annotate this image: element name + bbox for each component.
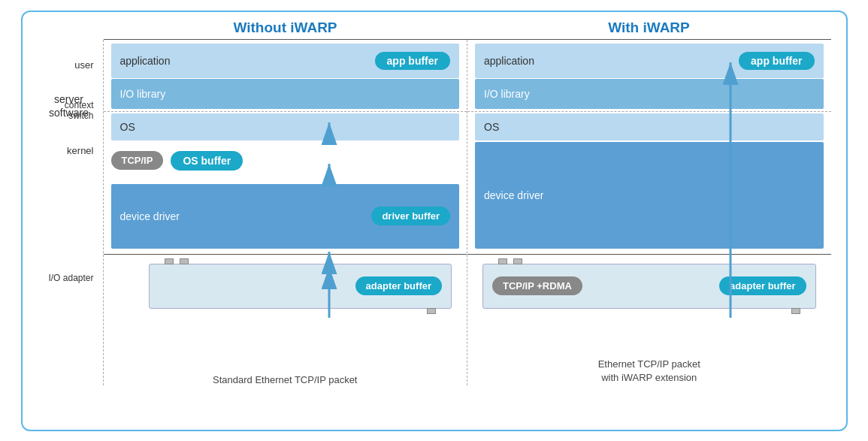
left-device-driver-box: device driver driver buffer: [111, 184, 460, 249]
left-device-driver-label: device driver: [120, 210, 180, 222]
right-os-label: OS: [484, 121, 499, 133]
io-adapter-line-right: [467, 254, 831, 255]
context-switch-line-right: [467, 111, 831, 112]
main-container: Without iWARP With iWARP server software…: [21, 11, 848, 431]
context-switch-label: context switch: [41, 100, 94, 122]
right-adapter-buffer-pill: adapter buffer: [719, 276, 806, 295]
right-title: With iWARP: [467, 20, 831, 39]
left-application-label: application: [120, 55, 171, 67]
left-tcpip-pill: TCP/IP: [111, 151, 164, 170]
context-switch-line: [104, 111, 467, 112]
left-diagram: application app buffer I/O library OS T: [104, 40, 468, 385]
right-io-library-box: I/O library: [475, 79, 824, 109]
right-caption: Ethernet TCP/IP packetwith iWARP extensi…: [467, 358, 831, 385]
right-tcpip-rdma-pill: TCP/IP +RDMA: [492, 276, 582, 295]
right-io-library-label: I/O library: [484, 88, 530, 100]
io-adapter-label: I/O adapter: [41, 273, 94, 283]
left-tcpip-row: TCP/IP OS buffer: [111, 142, 460, 180]
left-os-label: OS: [120, 121, 135, 133]
right-device-driver-box: device driver: [475, 142, 824, 249]
left-application-box: application app buffer: [111, 44, 460, 78]
left-io-library-label: I/O library: [120, 88, 166, 100]
left-title: Without iWARP: [104, 20, 467, 39]
left-caption: Standard Ethernet TCP/IP packet: [104, 374, 467, 385]
left-os-box: OS: [111, 113, 460, 140]
left-os-buffer-pill: OS buffer: [171, 151, 243, 171]
right-os-box: OS: [475, 113, 824, 140]
io-adapter-line-left: [104, 254, 467, 255]
left-adapter-buffer-pill: adapter buffer: [355, 276, 442, 295]
right-application-box: application app buffer: [475, 44, 824, 78]
left-io-library-box: I/O library: [111, 79, 460, 109]
left-app-buffer-pill: app buffer: [375, 52, 450, 70]
right-diagram: application app buffer I/O library OS de…: [467, 40, 831, 385]
user-label: user: [74, 59, 93, 71]
right-application-label: application: [484, 55, 534, 67]
right-device-driver-label: device driver: [484, 189, 543, 201]
left-driver-buffer-pill: driver buffer: [371, 207, 450, 225]
left-adapter-box: adapter buffer: [149, 264, 452, 309]
kernel-label: kernel: [67, 145, 93, 156]
left-labels: server software user context switch kern…: [38, 40, 104, 385]
right-app-buffer-pill: app buffer: [739, 52, 814, 70]
right-adapter-box: TCP/IP +RDMA adapter buffer: [482, 264, 816, 309]
